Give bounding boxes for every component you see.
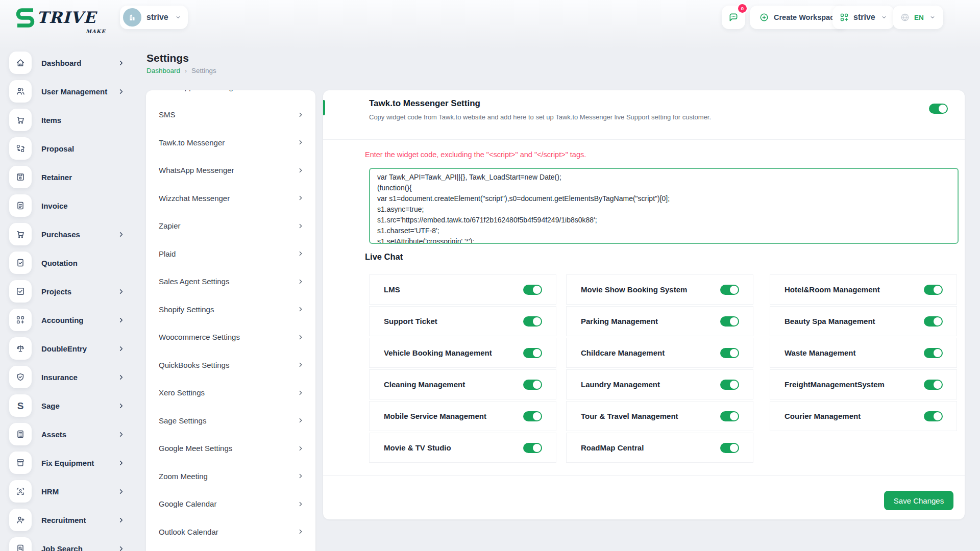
- settings-menu-item[interactable]: Woocommerce Settings: [146, 323, 315, 352]
- live-chat-module-row: Movie Show Booking System: [566, 274, 753, 305]
- settings-menu-item[interactable]: Tawk.to Messenger: [146, 129, 315, 157]
- workspace-switcher[interactable]: strive: [832, 6, 894, 29]
- settings-menu-item[interactable]: WhatsApp Messenger: [146, 157, 315, 185]
- retainer-icon: [9, 166, 32, 188]
- module-toggle[interactable]: [720, 348, 739, 358]
- workspace-avatar: [123, 8, 141, 27]
- sidebar-item-label: Projects: [41, 287, 108, 296]
- module-label: FreightManagementSystem: [785, 380, 885, 389]
- cart-icon: [9, 109, 32, 131]
- sidebar-item[interactable]: Purchases: [9, 220, 126, 248]
- module-toggle[interactable]: [523, 380, 542, 390]
- settings-menu-item[interactable]: Plaid: [146, 240, 315, 268]
- sidebar-item[interactable]: User Management: [9, 77, 126, 106]
- tawkto-enabled-toggle[interactable]: [929, 104, 948, 114]
- sidebar-item[interactable]: Dashboard: [9, 48, 126, 77]
- sidebar-item-label: Sage: [41, 402, 108, 410]
- settings-menu-item[interactable]: Google Calendar: [146, 490, 315, 518]
- chevron-right-icon: [297, 445, 304, 452]
- breadcrumb-dashboard-link[interactable]: Dashboard: [146, 67, 180, 74]
- messages-badge: 0: [737, 3, 748, 14]
- sidebar-item-label: Recruitment: [41, 516, 108, 524]
- chevron-right-icon: [297, 500, 304, 508]
- live-chat-module-row: Childcare Management: [566, 338, 753, 368]
- live-chat-module-row: Tour & Travel Management: [566, 401, 753, 431]
- settings-menu-item[interactable]: Whatsapp API Setting: [146, 90, 315, 101]
- sidebar-item[interactable]: HRM: [9, 477, 126, 506]
- module-label: RoadMap Central: [581, 443, 644, 452]
- sidebar-item[interactable]: Accounting: [9, 306, 126, 334]
- module-toggle[interactable]: [720, 443, 739, 453]
- language-label: EN: [914, 14, 924, 21]
- settings-menu-item-label: Google Meet Settings: [159, 444, 232, 453]
- module-label: Cleaning Management: [384, 380, 465, 389]
- logo-s-icon: [15, 6, 36, 30]
- live-chat-module-row: LMS: [369, 274, 556, 305]
- settings-menu-item[interactable]: Wizzchat Messenger: [146, 184, 315, 212]
- settings-menu-item[interactable]: Xero Settings: [146, 379, 315, 407]
- sidebar-item[interactable]: Proposal: [9, 134, 126, 163]
- chevron-right-icon: [297, 417, 304, 424]
- sidebar-item[interactable]: Items: [9, 106, 126, 134]
- sidebar-item[interactable]: Insurance: [9, 363, 126, 391]
- language-selector[interactable]: EN: [893, 6, 943, 29]
- settings-menu-item[interactable]: SMS: [146, 101, 315, 129]
- module-toggle[interactable]: [924, 380, 943, 390]
- module-toggle[interactable]: [523, 285, 542, 295]
- module-toggle[interactable]: [924, 285, 943, 295]
- chevron-right-icon: [297, 389, 304, 396]
- sidebar-item[interactable]: Retainer: [9, 163, 126, 191]
- settings-menu-item[interactable]: Outlook Calendar: [146, 518, 315, 546]
- sidebar-item[interactable]: Invoice: [9, 191, 126, 220]
- module-toggle[interactable]: [924, 411, 943, 421]
- double-entry-icon: [9, 337, 32, 360]
- save-changes-button[interactable]: Save Changes: [884, 491, 953, 510]
- settings-menu-item-label: Zapier: [159, 221, 181, 230]
- sidebar-item[interactable]: Recruitment: [9, 506, 126, 534]
- sidebar-item[interactable]: Job Search: [9, 534, 126, 551]
- module-toggle[interactable]: [720, 380, 739, 390]
- settings-menu-item[interactable]: Zapier: [146, 212, 315, 240]
- settings-menu-item[interactable]: QuickBooks Settings: [146, 351, 315, 379]
- module-toggle[interactable]: [523, 411, 542, 421]
- module-toggle[interactable]: [720, 285, 739, 295]
- invoice-icon: [9, 194, 32, 217]
- purchases-icon: [9, 223, 32, 245]
- hrm-icon: [9, 480, 32, 503]
- sidebar-item[interactable]: DoubleEntry: [9, 334, 126, 363]
- module-toggle[interactable]: [523, 348, 542, 358]
- workspace-switcher-label: strive: [853, 13, 875, 22]
- live-chat-module-row: FreightManagementSystem: [770, 369, 957, 399]
- sidebar-item[interactable]: Assets: [9, 420, 126, 448]
- users-icon: [9, 80, 32, 103]
- module-toggle[interactable]: [924, 316, 943, 327]
- settings-menu-item[interactable]: Sales Agent Settings: [146, 268, 315, 296]
- live-chat-module-row: Waste Management: [770, 338, 957, 368]
- settings-menu-item[interactable]: Shopify Settings: [146, 295, 315, 323]
- app-logo[interactable]: TRIVE MAKE: [15, 6, 96, 30]
- live-chat-module-row: Courier Management: [770, 401, 957, 431]
- globe-icon: [900, 12, 910, 22]
- sidebar-item[interactable]: Fix Equipment: [9, 448, 126, 477]
- module-toggle[interactable]: [924, 348, 943, 358]
- sidebar-item[interactable]: Quotation: [9, 248, 126, 277]
- sidebar-item-label: Assets: [41, 430, 108, 439]
- workspace-pill[interactable]: strive: [120, 6, 188, 29]
- module-toggle[interactable]: [523, 443, 542, 453]
- settings-menu-item[interactable]: Zoom Meeting: [146, 462, 315, 490]
- module-label: Beauty Spa Management: [785, 317, 875, 325]
- messages-button[interactable]: 0: [722, 6, 745, 29]
- widget-code-textarea[interactable]: var Tawk_API=Tawk_API||{}, Tawk_LoadStar…: [369, 168, 959, 244]
- module-toggle[interactable]: [720, 316, 739, 327]
- sidebar-item[interactable]: Projects: [9, 277, 126, 306]
- sidebar-item[interactable]: S Sage: [9, 391, 126, 420]
- settings-menu-item-label: Zoom Meeting: [159, 472, 208, 481]
- chevron-right-icon: [297, 111, 304, 118]
- settings-menu-item[interactable]: Google Meet Settings: [146, 435, 315, 463]
- module-toggle[interactable]: [720, 411, 739, 421]
- module-toggle[interactable]: [523, 316, 542, 327]
- live-chat-module-row: Parking Management: [566, 306, 753, 336]
- sidebar-item-label: Purchases: [41, 230, 108, 239]
- settings-menu-item-label: QuickBooks Settings: [159, 361, 229, 369]
- settings-menu-item[interactable]: Sage Settings: [146, 407, 315, 435]
